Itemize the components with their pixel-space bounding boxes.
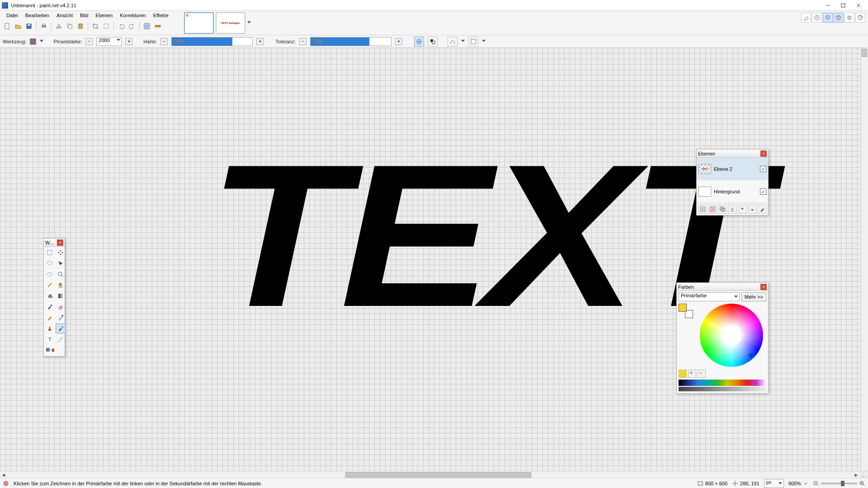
paint-bucket-tool[interactable] — [45, 291, 55, 301]
document-thumb-2[interactable]: TEXT einfügen — [216, 12, 245, 34]
zoom-slider[interactable] — [821, 483, 857, 484]
colors-window-toggle[interactable] — [834, 13, 844, 23]
hscroll-right-arrow[interactable]: ► — [853, 472, 860, 478]
menu-bild[interactable]: Bild — [76, 12, 92, 21]
fg-bg-swatches[interactable] — [679, 304, 693, 318]
layers-window-toggle[interactable] — [823, 13, 833, 23]
antialias-caret[interactable] — [461, 40, 465, 43]
duplicate-layer-button[interactable] — [718, 205, 726, 214]
menu-ebenen[interactable]: Ebenen — [92, 12, 116, 21]
eraser-tool[interactable] — [56, 302, 66, 312]
hscroll-left-arrow[interactable]: ◄ — [0, 472, 7, 478]
zoom-out-icon[interactable] — [813, 480, 819, 487]
palette-strip[interactable] — [679, 380, 766, 386]
move-selection-tool[interactable] — [56, 248, 66, 258]
color-picker-tool[interactable] — [56, 313, 66, 323]
shapes-tool[interactable] — [45, 345, 55, 355]
vertical-scrollbar[interactable] — [861, 48, 868, 471]
vscroll-arrow-up[interactable] — [862, 49, 867, 57]
delete-layer-button[interactable] — [708, 205, 717, 214]
layer-row[interactable]: Hintergrund ✓ — [697, 180, 768, 203]
cut-button[interactable] — [54, 22, 63, 31]
layer-properties-button[interactable] — [758, 205, 767, 214]
layer-row[interactable]: TEXT Ebene 2 ✓ — [697, 158, 768, 180]
minimize-button[interactable] — [820, 1, 835, 10]
magic-wand-tool[interactable] — [45, 280, 55, 290]
colors-panel-title[interactable]: Farben × — [677, 283, 768, 291]
move-layer-down-button[interactable] — [748, 205, 757, 214]
close-button[interactable] — [851, 1, 866, 10]
tolerance-increase[interactable]: + — [395, 38, 402, 45]
tools-palette[interactable]: W... × T — [43, 238, 65, 357]
unit-dropdown[interactable]: px — [764, 479, 784, 488]
pencil-tool[interactable] — [45, 313, 55, 323]
hardness-decrease[interactable]: − — [160, 38, 168, 45]
add-color-button[interactable] — [688, 370, 696, 378]
line-tool[interactable] — [56, 334, 66, 344]
tolerance-decrease[interactable]: − — [299, 38, 307, 45]
pan-tool[interactable] — [56, 280, 66, 290]
hardness-increase[interactable]: + — [256, 38, 264, 45]
color-which-dropdown[interactable]: Primärfarbe — [679, 292, 740, 301]
undo-button[interactable] — [117, 22, 126, 31]
crop-button[interactable] — [91, 22, 100, 31]
current-tool-icon[interactable] — [30, 38, 36, 45]
paintbrush-tool[interactable] — [45, 302, 55, 312]
menu-ansicht[interactable]: Ansicht — [53, 12, 76, 21]
move-layer-up-button[interactable] — [738, 205, 747, 214]
colors-more-button[interactable]: Mehr >> — [741, 292, 766, 301]
layers-close-icon[interactable]: × — [760, 150, 767, 157]
layers-panel[interactable]: Ebenen × TEXT Ebene 2 ✓ Hintergrund ✓ — [696, 149, 769, 216]
new-file-button[interactable] — [3, 22, 12, 31]
canvas-viewport[interactable]: TEXT ◄ ► — [0, 48, 868, 478]
move-pixels-tool[interactable] — [56, 258, 66, 268]
redo-button[interactable] — [127, 22, 137, 31]
recolor-tool[interactable] — [56, 324, 66, 333]
ruler-toggle-button[interactable] — [153, 22, 162, 31]
blend-mode-caret[interactable] — [482, 40, 486, 43]
layer-visible-checkbox[interactable]: ✓ — [760, 188, 766, 195]
zoom-in-icon[interactable] — [859, 480, 865, 487]
zoom-dropdown-icon[interactable] — [803, 481, 808, 486]
open-file-button[interactable] — [14, 22, 23, 31]
paste-button[interactable] — [76, 22, 85, 31]
rect-select-tool[interactable] — [45, 248, 55, 258]
palette-menu-button[interactable] — [698, 370, 706, 378]
menu-datei[interactable]: Datei — [3, 12, 22, 21]
thumb-overflow-caret[interactable] — [247, 21, 251, 25]
hardness-meter[interactable]: 75% — [171, 37, 253, 46]
brush-width-increase[interactable]: + — [125, 38, 132, 45]
foreground-color-swatch[interactable] — [679, 304, 687, 312]
grid-toggle-button[interactable] — [142, 22, 151, 31]
overwrite-mode-button[interactable] — [428, 37, 438, 47]
brush-width-input[interactable]: 2000 — [96, 37, 122, 46]
colors-panel[interactable]: Farben × Primärfarbe Mehr >> — [676, 282, 769, 394]
antialias-button[interactable] — [448, 37, 458, 47]
brush-width-decrease[interactable]: − — [85, 38, 93, 45]
blend-mode-button[interactable] — [468, 37, 478, 47]
add-layer-button[interactable] — [698, 205, 707, 214]
palette-strip-2[interactable] — [679, 387, 766, 391]
horizontal-scrollbar[interactable]: ◄ ► — [0, 471, 860, 478]
text-tool[interactable]: T — [45, 334, 55, 344]
history-window-toggle[interactable] — [812, 13, 822, 23]
copy-button[interactable] — [65, 22, 74, 31]
save-file-button[interactable] — [24, 22, 33, 31]
gradient-tool[interactable] — [56, 291, 66, 301]
layer-visible-checkbox[interactable]: ✓ — [760, 166, 766, 172]
tools-window-toggle[interactable] — [801, 13, 811, 23]
maximize-button[interactable] — [835, 1, 851, 10]
ellipse-select-tool[interactable] — [45, 269, 55, 279]
zoom-tool[interactable] — [56, 269, 66, 279]
help-button[interactable]: ? — [855, 13, 865, 23]
print-button[interactable] — [39, 22, 48, 31]
clone-stamp-tool[interactable] — [45, 324, 55, 333]
colors-close-icon[interactable]: × — [760, 284, 767, 290]
tool-dropdown-caret[interactable] — [40, 40, 43, 43]
tools-close-icon[interactable]: × — [57, 239, 63, 246]
tolerance-meter[interactable]: 73% — [310, 37, 392, 46]
sampling-mode-button[interactable] — [414, 37, 424, 47]
menu-bearbeiten[interactable]: Bearbeiten — [22, 12, 53, 21]
recent-color-swatch[interactable] — [679, 370, 687, 378]
lasso-select-tool[interactable] — [45, 258, 55, 268]
